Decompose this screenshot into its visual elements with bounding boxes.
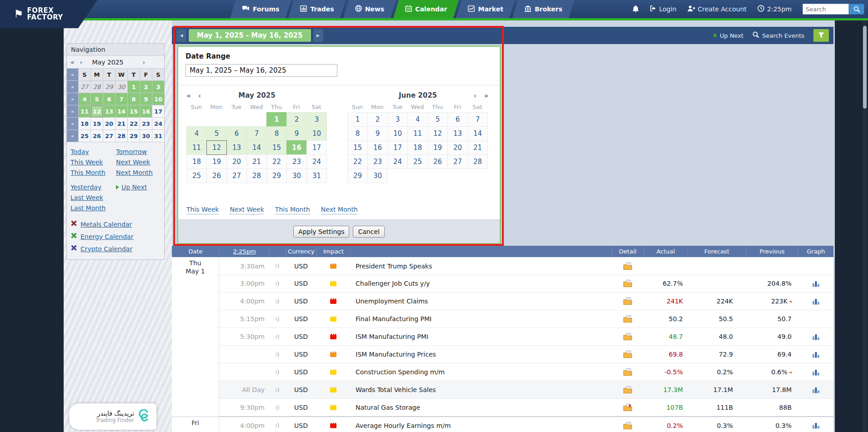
minical-day[interactable]: 29 [128, 130, 140, 142]
minical-day[interactable]: 9 [140, 93, 152, 105]
tab-market[interactable]: Market [459, 0, 512, 18]
day-cell-in-range[interactable]: 4 [186, 126, 207, 141]
event-title[interactable]: President Trump Speaks [350, 257, 612, 275]
minical-day[interactable]: 18 [79, 118, 90, 129]
day-cell[interactable]: 13 [447, 126, 468, 141]
minical-day[interactable]: 7 [115, 93, 127, 105]
day-cell[interactable]: 12 [427, 126, 448, 141]
graph-icon[interactable] [798, 346, 833, 363]
detail-folder-icon[interactable] [612, 363, 643, 381]
minical-day[interactable]: 19 [91, 118, 103, 129]
login-link[interactable]: Login [650, 5, 677, 13]
detail-folder-icon[interactable] [612, 381, 643, 399]
sidebar-item-metals-calendar[interactable]: Metals Calendar [70, 220, 161, 228]
timezone-time[interactable]: 2:25pm [758, 5, 792, 13]
minical-day[interactable]: 28 [115, 130, 127, 142]
date-range-input[interactable] [186, 64, 337, 77]
event-title[interactable]: ISM Manufacturing PMI [350, 328, 612, 346]
day-cell[interactable]: 5 [427, 112, 448, 127]
minical-day[interactable]: 16 [140, 105, 152, 117]
detail-folder-icon[interactable] [612, 275, 643, 293]
event-title[interactable]: Unemployment Claims [350, 293, 612, 310]
minical-day[interactable]: 21 [115, 118, 127, 129]
detail-folder-icon[interactable] [612, 417, 643, 432]
day-cell-selected[interactable]: 16 [286, 140, 307, 155]
minical-day[interactable]: 8 [128, 93, 140, 105]
day-cell[interactable]: 22 [266, 154, 287, 169]
dialog-link-this-week[interactable]: This Week [186, 206, 219, 214]
day-cell[interactable]: 23 [286, 154, 307, 169]
minical-day[interactable]: 30 [115, 81, 127, 93]
graph-icon[interactable] [798, 381, 833, 399]
day-cell[interactable]: 29 [347, 169, 368, 183]
dialog-link-next-week[interactable]: Next Week [230, 206, 264, 214]
event-title[interactable]: Average Hourly Earnings m/m [350, 417, 612, 432]
day-cell[interactable]: 24 [387, 154, 408, 169]
filter-button[interactable] [813, 29, 829, 42]
sidebar-item-yesterday[interactable]: Yesterday [70, 184, 116, 191]
detail-folder-icon[interactable] [612, 293, 643, 310]
scrollbar-thumb[interactable] [863, 26, 867, 109]
day-cell-in-range[interactable]: 10 [306, 126, 327, 141]
minical-day[interactable]: 29 [103, 81, 115, 93]
day-cell[interactable]: 15 [347, 140, 368, 155]
day-cell[interactable]: 17 [387, 140, 408, 155]
day-cell[interactable]: 29 [266, 169, 287, 183]
day-cell[interactable]: 1 [347, 112, 368, 127]
detail-folder-icon[interactable] [612, 257, 643, 275]
day-cell-in-range[interactable]: 15 [266, 140, 287, 155]
notifications-bell-icon[interactable] [632, 5, 639, 13]
day-cell[interactable]: 7 [467, 112, 488, 127]
search-input[interactable] [803, 4, 849, 15]
up-next-button[interactable]: Up Next [714, 32, 743, 39]
minical-day[interactable]: 6 [103, 93, 115, 105]
day-cell-in-range[interactable]: 13 [226, 140, 247, 155]
day-cell[interactable]: 21 [467, 140, 488, 155]
minical-day[interactable]: 25 [79, 130, 90, 142]
day-cell[interactable]: 6 [447, 112, 468, 127]
day-cell[interactable]: 14 [467, 126, 488, 141]
minical-week-expand-icon[interactable]: » [67, 69, 78, 80]
minical-day[interactable]: 22 [128, 118, 140, 129]
minical-day[interactable]: 1 [128, 81, 140, 93]
sidebar-item-next-week[interactable]: Next Week [116, 159, 161, 166]
day-cell[interactable]: 21 [246, 154, 267, 169]
graph-icon[interactable] [798, 293, 833, 310]
sidebar-item-next-month[interactable]: Next Month [116, 169, 161, 176]
day-cell[interactable]: 2 [367, 112, 388, 127]
minical-day[interactable]: 17 [152, 105, 164, 117]
day-cell[interactable]: 17 [306, 140, 327, 155]
minical-day[interactable]: 11 [79, 105, 90, 117]
search-button[interactable] [849, 4, 864, 15]
day-cell[interactable]: 3 [387, 112, 408, 127]
day-cell[interactable]: 8 [347, 126, 368, 141]
minical-day[interactable]: 4 [79, 93, 90, 105]
day-cell-in-range[interactable]: 3 [306, 112, 327, 127]
sidebar-item-tomorrow[interactable]: Tomorrow [116, 148, 161, 155]
minical-day[interactable]: 26 [91, 130, 103, 142]
minical-day[interactable]: 24 [152, 118, 164, 129]
minical-day[interactable]: 10 [152, 93, 164, 105]
day-cell[interactable]: 16 [367, 140, 388, 155]
tab-brokers[interactable]: Brokers [515, 0, 572, 18]
sidebar-item-last-month[interactable]: Last Month [70, 204, 116, 212]
day-cell[interactable]: 18 [186, 154, 207, 169]
minical-week-link[interactable]: » [67, 105, 78, 117]
minical-day[interactable]: 27 [103, 130, 115, 142]
event-title[interactable]: Wards Total Vehicle Sales [350, 381, 612, 399]
day-cell[interactable]: 4 [407, 112, 428, 127]
minical-day-today[interactable]: 12 [91, 105, 103, 117]
minical-week-link[interactable]: » [67, 130, 78, 142]
detail-folder-icon[interactable] [612, 346, 643, 363]
event-title[interactable]: ISM Manufacturing Prices [350, 346, 612, 363]
search-events-button[interactable]: Search Events [753, 31, 804, 40]
minical-day[interactable]: 3 [152, 81, 164, 93]
day-cell-in-range[interactable]: 7 [246, 126, 267, 141]
day-cell[interactable]: 26 [206, 169, 227, 183]
cancel-button[interactable]: Cancel [353, 226, 384, 238]
minical-day[interactable]: 15 [128, 105, 140, 117]
day-cell[interactable]: 18 [407, 140, 428, 155]
sidebar-item-energy-calendar[interactable]: Energy Calendar [70, 232, 161, 241]
dialog-link-this-month[interactable]: This Month [275, 206, 310, 214]
sidebar-item-up-next[interactable]: Up Next [116, 184, 161, 191]
